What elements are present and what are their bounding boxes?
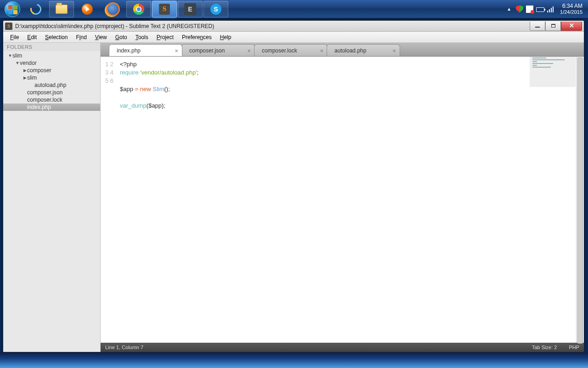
tab-label: autoload.php bbox=[334, 47, 366, 54]
menu-project[interactable]: Project bbox=[153, 33, 178, 42]
disclosure-triangle-icon: ▼ bbox=[8, 53, 12, 58]
menu-file[interactable]: File bbox=[6, 33, 23, 42]
window-title: D:\xampp\htdocs\slim\index.php (crmproje… bbox=[15, 23, 214, 29]
menu-selection[interactable]: Selection bbox=[41, 33, 72, 42]
firefox-icon bbox=[107, 4, 119, 15]
sidebar: FOLDERS ▼slim▼vendor▶composer▶slimautolo… bbox=[3, 43, 101, 352]
app-icon: S bbox=[5, 23, 12, 30]
status-position: Line 1, Column 7 bbox=[105, 345, 143, 350]
status-tabsize[interactable]: Tab Size: 2 bbox=[532, 345, 557, 350]
start-button[interactable] bbox=[2, 1, 23, 17]
sublime-icon: S bbox=[159, 4, 170, 15]
tree-item[interactable]: composer.lock bbox=[3, 96, 100, 104]
desktop-peek: ‎ ‎ ‎ bbox=[0, 352, 588, 368]
clock-date: 1/24/2015 bbox=[560, 9, 582, 15]
minimap[interactable] bbox=[530, 57, 576, 87]
menu-preferences[interactable]: Preferences bbox=[178, 33, 216, 42]
disclosure-triangle-icon: ▶ bbox=[23, 68, 27, 73]
tree-item-label: autoload.php bbox=[34, 82, 66, 88]
code-area[interactable]: <?php· require·'vendor/autoload.php'; $a… bbox=[118, 57, 584, 343]
taskbar-wmp[interactable] bbox=[75, 1, 100, 17]
minimize-button[interactable] bbox=[530, 22, 545, 31]
clock-time: 6:34 AM bbox=[560, 3, 582, 9]
tab-label: composer.json bbox=[189, 47, 225, 54]
disclosure-triangle-icon: ▶ bbox=[23, 75, 27, 80]
editor-tab[interactable]: composer.json× bbox=[181, 44, 255, 56]
maximize-button[interactable] bbox=[545, 22, 561, 31]
chrome-icon bbox=[133, 4, 144, 15]
tree-item-label: slim bbox=[12, 52, 22, 59]
editor-tab[interactable]: composer.lock× bbox=[254, 44, 328, 56]
tree-item[interactable]: ▶slim bbox=[3, 74, 100, 81]
tab-close-icon[interactable]: × bbox=[175, 47, 178, 54]
action-center-icon[interactable] bbox=[526, 6, 533, 13]
taskbar-sublime[interactable]: S bbox=[152, 1, 177, 17]
menu-goto[interactable]: Goto bbox=[111, 33, 131, 42]
vertical-scrollbar[interactable] bbox=[576, 57, 584, 343]
taskbar-explorer[interactable] bbox=[49, 1, 74, 17]
tree-item-label: composer.lock bbox=[27, 97, 62, 103]
menu-bar: File Edit Selection Find View Goto Tools… bbox=[3, 32, 584, 43]
menu-view[interactable]: View bbox=[91, 33, 111, 42]
line-gutter: 1 2 3 4 5 6 bbox=[101, 57, 118, 343]
taskbar-ie[interactable] bbox=[23, 1, 48, 17]
tree-item[interactable]: index.php bbox=[3, 104, 100, 111]
system-tray: ▲ 6:34 AM 1/24/2015 bbox=[505, 0, 588, 18]
evernote-icon: E bbox=[184, 3, 196, 15]
tab-label: index.php bbox=[117, 47, 141, 54]
tree-item-label: slim bbox=[27, 75, 37, 81]
battery-icon[interactable] bbox=[536, 7, 544, 12]
status-bar: Line 1, Column 7 Tab Size: 2 PHP bbox=[101, 343, 584, 352]
network-icon[interactable] bbox=[547, 6, 554, 12]
taskbar-skype[interactable]: S bbox=[204, 1, 228, 17]
tree-item[interactable]: autoload.php bbox=[3, 81, 100, 89]
menu-help[interactable]: Help bbox=[216, 33, 236, 42]
tree-item-label: composer bbox=[27, 67, 51, 74]
status-language[interactable]: PHP bbox=[569, 345, 579, 350]
folder-icon bbox=[56, 5, 68, 14]
tree-item-label: index.php bbox=[27, 104, 51, 110]
sidebar-header: FOLDERS bbox=[3, 43, 100, 51]
editor-tab[interactable]: autoload.php× bbox=[327, 44, 400, 56]
disclosure-triangle-icon: ▼ bbox=[15, 61, 20, 65]
taskbar-clock[interactable]: 6:34 AM 1/24/2015 bbox=[557, 3, 585, 15]
tree-item[interactable]: ▼vendor bbox=[3, 59, 100, 67]
security-icon[interactable] bbox=[516, 6, 523, 13]
tree-item[interactable]: ▶composer bbox=[3, 67, 100, 74]
close-button[interactable]: ✕ bbox=[561, 22, 582, 31]
tab-close-icon[interactable]: × bbox=[392, 47, 396, 54]
taskbar-firefox[interactable] bbox=[101, 1, 125, 17]
editor[interactable]: 1 2 3 4 5 6 <?php· require·'vendor/autol… bbox=[101, 57, 584, 343]
folder-tree: ▼slim▼vendor▶composer▶slimautoload.phpco… bbox=[3, 51, 100, 112]
menu-find[interactable]: Find bbox=[72, 33, 90, 42]
tree-item-label: composer.json bbox=[27, 89, 62, 96]
windows-taskbar: S E S ▲ 6:34 AM 1/24/2015 bbox=[0, 0, 588, 18]
tab-close-icon[interactable]: × bbox=[320, 47, 323, 54]
tab-label: composer.lock bbox=[262, 47, 297, 54]
window-titlebar[interactable]: S D:\xampp\htdocs\slim\index.php (crmpro… bbox=[3, 21, 584, 32]
media-player-icon bbox=[82, 4, 93, 15]
sublime-window: S D:\xampp\htdocs\slim\index.php (crmpro… bbox=[3, 20, 584, 352]
tree-item-label: vendor bbox=[20, 60, 37, 66]
menu-edit[interactable]: Edit bbox=[23, 33, 41, 42]
menu-tools[interactable]: Tools bbox=[131, 33, 153, 42]
tab-bar: index.php×composer.json×composer.lock×au… bbox=[101, 43, 584, 57]
taskbar-chrome[interactable] bbox=[126, 1, 151, 17]
tree-item[interactable]: composer.json bbox=[3, 89, 100, 96]
tree-item[interactable]: ▼slim bbox=[3, 52, 100, 59]
tray-overflow-icon[interactable]: ▲ bbox=[505, 6, 513, 12]
ie-icon bbox=[28, 1, 44, 17]
editor-tab[interactable]: index.php× bbox=[109, 44, 182, 56]
tab-close-icon[interactable]: × bbox=[247, 47, 251, 54]
taskbar-evernote[interactable]: E bbox=[178, 1, 203, 17]
skype-icon: S bbox=[210, 4, 221, 15]
